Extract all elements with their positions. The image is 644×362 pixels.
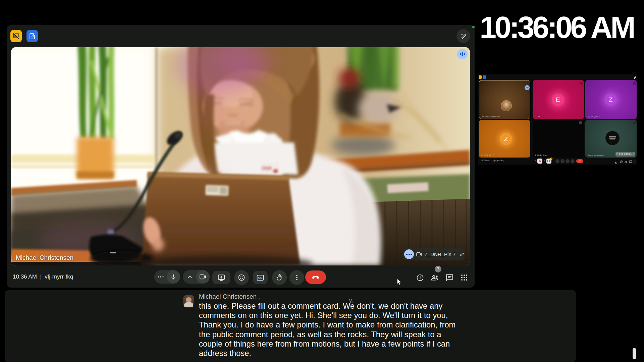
svg-text:CC: CC	[258, 277, 262, 280]
svg-text:DNR: DNR	[262, 166, 272, 171]
